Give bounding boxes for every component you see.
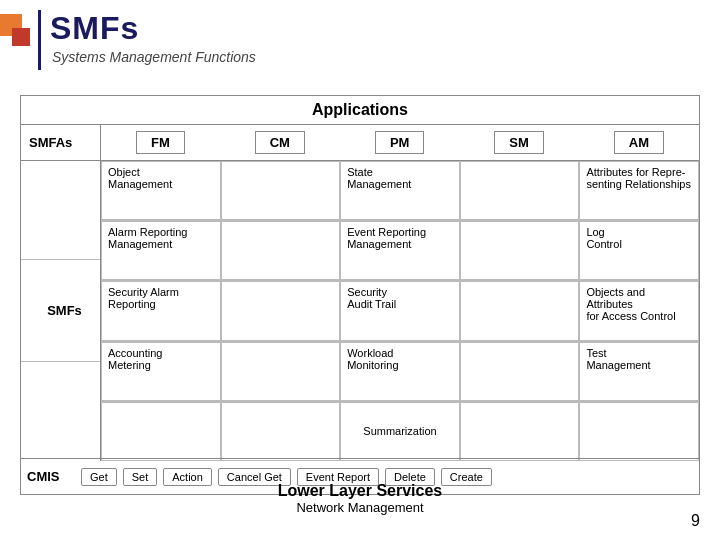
cell-accounting: AccountingMetering bbox=[101, 342, 221, 401]
cell-r3-c2 bbox=[221, 281, 341, 340]
cell-security-audit: SecurityAudit Trail bbox=[340, 281, 460, 340]
cell-test-mgmt: TestManagement bbox=[579, 342, 699, 401]
header: SMFs Systems Management Functions bbox=[50, 10, 256, 65]
cell-summarization: Summarization bbox=[340, 402, 460, 461]
col-pm: PM bbox=[375, 131, 425, 154]
smfas-label: SMFAs bbox=[21, 125, 101, 160]
cell-r2-c4 bbox=[460, 221, 580, 280]
cell-r3-c4 bbox=[460, 281, 580, 340]
cell-security-alarm: Security AlarmReporting bbox=[101, 281, 221, 340]
cell-event-reporting: Event ReportingManagement bbox=[340, 221, 460, 280]
applications-header: Applications bbox=[21, 96, 699, 125]
cell-attributes-repr: Attributes for Repre-senting Relationshi… bbox=[579, 161, 699, 220]
cell-log-control: LogControl bbox=[579, 221, 699, 280]
grid-row-5: Summarization bbox=[101, 402, 699, 461]
content-area: SMFs ObjectManagement StateManagement At… bbox=[21, 161, 699, 461]
col-sm: SM bbox=[494, 131, 544, 154]
page-subtitle: Systems Management Functions bbox=[52, 49, 256, 65]
cell-r5-c5 bbox=[579, 402, 699, 461]
cell-workload: WorkloadMonitoring bbox=[340, 342, 460, 401]
cell-alarm-reporting: Alarm ReportingManagement bbox=[101, 221, 221, 280]
lower-services-title: Lower Layer Services bbox=[0, 482, 720, 500]
app-columns: FM CM PM SM AM bbox=[101, 125, 699, 160]
grid-row-1: ObjectManagement StateManagement Attribu… bbox=[101, 161, 699, 221]
cell-r5-c1 bbox=[101, 402, 221, 461]
col-cm: CM bbox=[255, 131, 305, 154]
grid-container: ObjectManagement StateManagement Attribu… bbox=[101, 161, 699, 461]
cell-r4-c4 bbox=[460, 342, 580, 401]
grid-row-3: Security AlarmReporting SecurityAudit Tr… bbox=[101, 281, 699, 341]
row-labels: SMFs bbox=[21, 161, 101, 461]
cell-r4-c2 bbox=[221, 342, 341, 401]
cell-r1-c2 bbox=[221, 161, 341, 220]
deco-red-square bbox=[12, 28, 30, 46]
page-title: SMFs bbox=[50, 10, 256, 47]
main-content-box: Applications SMFAs FM CM PM SM AM SMFs bbox=[20, 95, 700, 495]
smfs-row-label: SMFs bbox=[39, 303, 82, 318]
cell-r1-c4 bbox=[460, 161, 580, 220]
col-fm: FM bbox=[136, 131, 185, 154]
deco-vertical-line bbox=[38, 10, 41, 70]
page-number: 9 bbox=[691, 512, 700, 530]
column-headers-row: SMFAs FM CM PM SM AM bbox=[21, 125, 699, 161]
cell-r5-c2 bbox=[221, 402, 341, 461]
cell-r5-c4 bbox=[460, 402, 580, 461]
cell-state-mgmt: StateManagement bbox=[340, 161, 460, 220]
col-am: AM bbox=[614, 131, 664, 154]
lower-services-subtitle: Network Management bbox=[0, 500, 720, 515]
grid-row-2: Alarm ReportingManagement Event Reportin… bbox=[101, 221, 699, 281]
cell-r2-c2 bbox=[221, 221, 341, 280]
lower-services: Lower Layer Services Network Management bbox=[0, 482, 720, 515]
cell-objects-attributes: Objects and Attributesfor Access Control bbox=[579, 281, 699, 340]
grid-row-4: AccountingMetering WorkloadMonitoring Te… bbox=[101, 342, 699, 402]
cell-object-mgmt: ObjectManagement bbox=[101, 161, 221, 220]
